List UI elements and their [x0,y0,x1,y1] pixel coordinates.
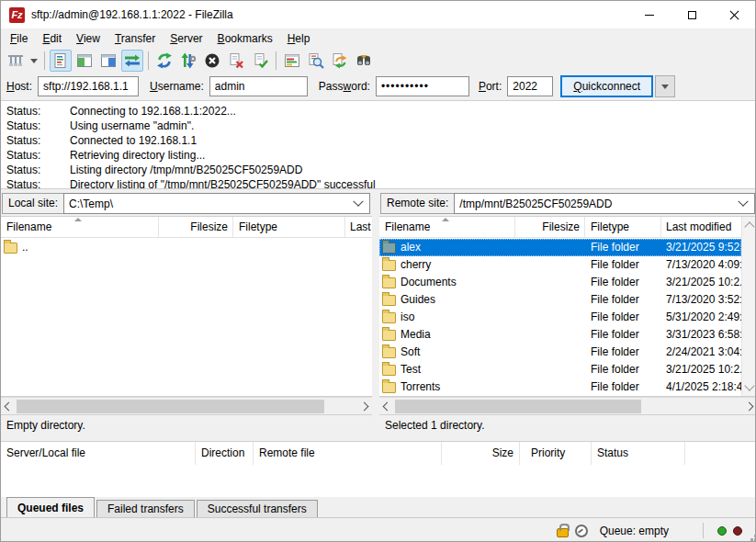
file-size [515,239,585,256]
menu-transfer[interactable]: Transfer [107,29,163,48]
scrollbar-thumb[interactable] [395,400,641,413]
remote-site-combobox[interactable]: /tmp/mnt/B25025CF50259ADD [454,193,755,214]
minimize-button[interactable] [628,1,671,28]
file-name: alex [401,239,421,256]
log-line: Status:Retrieving directory listing... [6,148,755,163]
username-label: Username: [150,80,204,93]
remote-row-cherry[interactable]: cherry File folder 7/13/2020 4:09: [379,256,741,274]
reconnect-button[interactable] [249,50,271,72]
speed-limit-icon[interactable] [575,525,588,537]
queue-column-direction[interactable]: Direction [196,442,254,465]
menu-bookmarks[interactable]: Bookmarks [210,29,280,48]
local-column-filetype[interactable]: Filetype [233,217,345,237]
folder-icon [382,243,396,254]
port-input[interactable] [507,76,553,96]
menu-server[interactable]: Server [163,29,209,48]
remote-vertical-scrollbar[interactable] [741,217,756,396]
log-status-label: Status: [6,148,70,163]
scroll-up-icon[interactable] [744,221,754,231]
username-input[interactable] [209,76,308,96]
window-title: sftp://admin@192.168.1.1:2022 - FileZill… [31,8,233,21]
site-manager-dropdown[interactable] [28,50,40,72]
remote-row-media[interactable]: Media File folder 3/31/2023 6:58: [379,326,741,344]
site-manager-button[interactable] [5,50,27,72]
queue-column-priority[interactable]: Priority [520,442,592,465]
quickconnect-button[interactable]: Quickconnect [560,75,653,97]
quickconnect-dropdown[interactable] [655,75,675,97]
remote-column-last-modified[interactable]: Last modified [661,217,741,237]
remote-row-documents[interactable]: Documents File folder 3/21/2025 10:2. [379,274,741,291]
queue-column-server-local-file[interactable]: Server/Local file [1,442,196,465]
file-modified: 7/13/2020 4:09: [661,256,741,274]
menu-help[interactable]: Help [280,29,318,48]
remote-row-torrents[interactable]: Torrents File folder 4/1/2025 2:18:4 [379,378,741,396]
remote-column-filetype[interactable]: Filetype [585,217,661,237]
close-button[interactable] [713,1,755,28]
remote-row-alex[interactable]: alex File folder 3/21/2025 9:52: [379,239,741,256]
toggle-remote-tree-button[interactable] [97,50,119,72]
queue-column-size[interactable]: Size [442,442,520,465]
log-message: Using username "admin". [70,119,194,132]
file-type: File folder [585,239,661,256]
file-name: Media [401,326,431,344]
disconnect-button[interactable] [225,50,247,72]
port-label: Port: [479,80,502,93]
scroll-right-icon[interactable] [745,402,754,412]
resize-grip[interactable] [750,538,753,541]
menu-bar: File Edit View Transfer Server Bookmarks… [1,28,755,49]
filezilla-window: Fz sftp://admin@192.168.1.1:2022 - FileZ… [0,0,756,542]
scroll-down-icon[interactable] [744,380,754,390]
file-modified: 2/24/2021 3:04: [661,344,741,361]
file-name: Documents [401,274,457,291]
remote-horizontal-scrollbar[interactable] [379,397,756,414]
remote-row-iso[interactable]: iso File folder 5/31/2020 2:49: [379,309,741,326]
directory-comparison-button[interactable] [305,50,327,72]
toggle-transfer-queue-button[interactable] [121,50,143,72]
refresh-button[interactable] [153,50,175,72]
toggle-local-tree-button[interactable] [73,50,96,72]
local-horizontal-scrollbar[interactable] [1,397,372,414]
password-input[interactable] [376,76,469,96]
sort-asc-icon [74,218,82,221]
queue-column-status[interactable]: Status [592,442,685,465]
file-size [515,256,585,274]
tab-successful-transfers[interactable]: Successful transfers [197,500,318,517]
local-row-parent-dir[interactable]: .. [1,239,372,256]
cancel-button[interactable] [201,50,223,72]
cancel-icon [204,52,220,69]
log-line: Status:Connected to 192.168.1.1 [6,133,755,148]
message-log-icon [52,52,69,69]
process-queue-button[interactable] [177,50,199,72]
remote-row-guides[interactable]: Guides File folder 7/13/2020 3:52: [379,291,741,309]
menu-view[interactable]: View [69,29,107,48]
toggle-message-log-button[interactable] [50,50,72,72]
local-column-last-modified[interactable]: Last modified [345,217,372,237]
lock-icon[interactable] [557,528,569,537]
remote-row-soft[interactable]: Soft File folder 2/24/2021 3:04: [379,344,741,361]
remote-row-test[interactable]: Test File folder 3/21/2025 10:2. [379,361,741,378]
scroll-left-icon[interactable] [5,402,14,412]
file-modified: 3/21/2025 10:2. [661,274,741,291]
maximize-button[interactable] [671,1,713,28]
host-input[interactable] [38,76,139,96]
menu-edit[interactable]: Edit [35,29,69,48]
queue-column-remote-file[interactable]: Remote file [254,442,442,465]
tab-queued-files[interactable]: Queued files [6,497,95,517]
tab-failed-transfers[interactable]: Failed transfers [96,500,195,517]
find-files-button[interactable] [353,50,375,72]
scroll-right-icon[interactable] [360,402,369,412]
synchronized-browsing-button[interactable] [329,50,351,72]
file-name: .. [22,239,28,256]
toolbar [1,49,755,73]
menu-file[interactable]: File [3,29,35,48]
local-column-filesize[interactable]: Filesize [159,217,233,237]
remote-column-filesize[interactable]: Filesize [515,217,585,237]
local-site-combobox[interactable]: C:\Temp\ [63,193,370,214]
log-line: Status:Using username "admin". [6,119,755,133]
folder-icon [382,295,396,306]
file-modified: 3/21/2025 10:2. [661,361,741,378]
scrollbar-thumb[interactable] [17,400,324,413]
directory-filter-button[interactable] [281,50,303,72]
chevron-down-icon [661,85,669,89]
scroll-left-icon[interactable] [383,402,392,412]
